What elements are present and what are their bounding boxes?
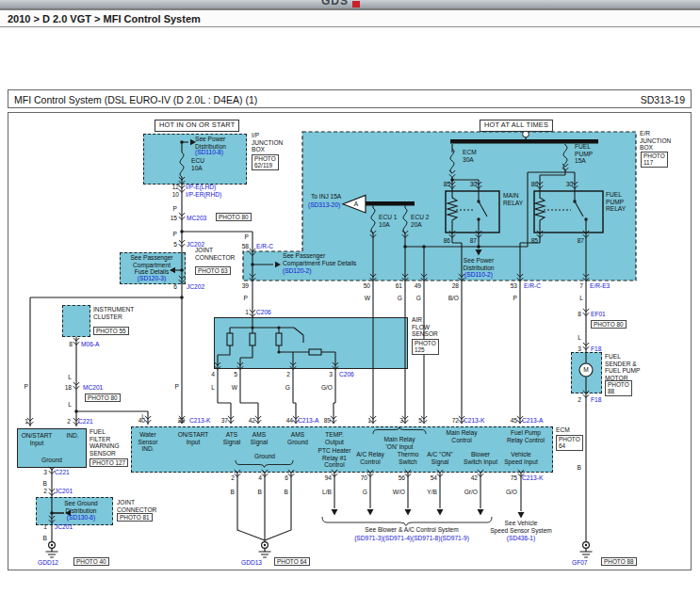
instrument-cluster-box [62,305,90,337]
breadcrumb[interactable]: 2010 > D 2.0 VGT > MFI Control System [8,13,201,24]
photo-64-ecm[interactable]: PHOTO 64 [556,435,583,451]
conn-c213-k-1[interactable]: C213-K [189,417,210,425]
photo-88-2[interactable]: PHOTO 88 [601,557,637,566]
ecm-fp-relay-ctl: Fuel Pump Relay Control [507,429,545,443]
conn-mc203[interactable]: MC203 [187,215,206,222]
pin-15: 15 [171,215,177,222]
ecm-pin-37: 37 [221,417,228,425]
conn-m06-a[interactable]: M06-A [81,341,99,348]
conn-er-e3[interactable]: E/R-E3 [590,282,610,290]
ecm-ground: Ground [254,453,275,460]
conn-ef01[interactable]: EF01 [591,311,606,318]
afs-pin-3: 3 [329,371,333,378]
fp-relay-pin-86: 86 [531,181,538,188]
ref-sd120-3[interactable]: (SD120-3) [138,275,166,282]
pin-2-jc201: 2 [43,488,47,495]
gnd-gdd12[interactable]: GDD12 [38,559,58,567]
photo-125[interactable]: PHOTO 125 [412,339,439,355]
conn-jc202-2[interactable]: JC202 [187,283,204,291]
conn-c213-k-3[interactable]: C213-K [522,474,543,482]
ref-sd110-8[interactable]: (SD110-8) [195,149,223,156]
ecm-main-relay-on: Main Relay 'ON' Input [384,436,415,450]
ref-sd971[interactable]: (SD971-3)(SD971-4)(SD971-8)(SD971-9) [354,535,469,542]
conn-ip-er-rhd[interactable]: I/P-ER(RHD) [186,191,221,199]
see-vehicle-speed: See Vehicle Speed Sensor System [490,520,552,534]
wc-yb: Y/B [427,489,437,496]
ref-sd110-2[interactable]: (SD110-2) [464,271,493,279]
wc-p-6: P [24,383,28,391]
ecm-thermo-switch: Thermo Switch [398,451,419,465]
conn-c213-a-1[interactable]: C213-A [298,417,318,425]
ip-junction-box-label: I/P JUNCTION BOX [252,132,283,153]
ref-sd120-2[interactable]: (SD120-2) [283,267,311,275]
photo-88-1[interactable]: PHOTO 88 [605,380,632,396]
conn-c221-1[interactable]: C221 [78,418,93,425]
conn-c206-bottom[interactable]: C206 [339,371,354,378]
afs-pin-2: 2 [286,371,290,378]
conn-ip-e-lhd[interactable]: I/P-E(LHD) [186,184,216,191]
gnd-gf07[interactable]: GF07 [572,559,588,567]
photo-81[interactable]: PHOTO 81 [117,513,153,522]
ecm-blower-switch: Blower Switch Input [464,451,497,465]
photo-40[interactable]: PHOTO 40 [73,557,109,566]
conn-mc201[interactable]: MC201 [83,384,103,392]
ecm-pin-75: 75 [511,474,517,482]
gnd-gdd13[interactable]: GDD13 [241,559,262,567]
ecm-ams-signal: AMS Signal [251,431,268,445]
pin-7: 7 [579,282,583,290]
conn-c213-k-2[interactable]: C213-K [464,417,484,425]
photo-80-3[interactable]: PHOTO 80 [591,320,627,329]
conn-c221-2[interactable]: C221 [55,469,70,476]
wc-l-3: L [68,401,72,409]
photo-64-gnd[interactable]: PHOTO 64 [274,557,310,566]
ecm-pin-45: 45 [511,417,517,425]
ecm-vehicle-speed: Vehicle Speed Input [504,451,538,465]
ref-sd436-1[interactable]: (SD436-1) [507,535,535,542]
photo-55[interactable]: PHOTO 55 [93,327,129,335]
pin-8-ef01: 8 [578,311,581,318]
conn-er-c-2[interactable]: E/R-C [524,282,541,290]
see-blower-ac: See Blower & A/C Control System [365,526,458,534]
main-relay-pin-30: 30 [470,181,477,188]
conn-jc201-2[interactable]: JC201 [55,523,73,531]
pin-58: 58 [242,243,249,250]
ecm-pin-5: 5 [418,417,422,425]
pin-18: 18 [65,384,72,392]
wc-p-3: P [245,233,249,241]
conn-c206-top[interactable]: C206 [256,309,271,316]
banner-hot-on-start: HOT IN ON OR START [155,120,239,132]
pin-50: 50 [364,282,370,290]
ecm-pin-28: 28 [178,417,185,425]
pin-1-c206: 1 [245,309,249,316]
conn-jc201-1[interactable]: JC201 [55,488,73,495]
photo-80-2[interactable]: PHOTO 80 [85,393,121,402]
conn-er-c-1[interactable]: E/R-C [256,243,273,250]
wc-wo: W/O [393,489,405,496]
air-flow-sensor-label: AIR FLOW SENSOR [412,316,438,338]
conn-c213-a-2[interactable]: C213-A [522,417,543,425]
ecm-ams-ground: AMS Ground [287,431,308,445]
ref-sd130-6[interactable]: (SD130-6) [67,514,95,522]
fuse-ecu-10a-label: ECU 10A [191,157,204,171]
photo-127[interactable]: PHOTO 127 [90,458,128,467]
ecm-pin-89: 89 [324,417,331,425]
gds-wiring-diagram-page: GDS 2010 > D 2.0 VGT > MFI Control Syste… [0,0,700,610]
er-junction-box-label: E/R JUNCTION BOX [640,130,671,152]
photo-62-119[interactable]: PHOTO 62/119 [252,154,279,170]
wc-p-1: P [173,205,177,213]
ff-ind: IND. [66,432,78,440]
photo-117[interactable]: PHOTO 117 [641,152,668,168]
photo-63[interactable]: PHOTO 63 [195,266,231,275]
conn-f18-2[interactable]: F18 [591,396,601,404]
toolbar-strip: GDS [0,0,700,9]
photo-80-1[interactable]: PHOTO 80 [216,213,252,221]
wc-l-5: L [211,384,215,392]
diagram-code: SD313-19 [641,94,685,105]
conn-f18-1[interactable]: F18 [591,345,601,353]
see-passenger-1: See Passenger Compartment Fuse Details [130,254,172,276]
ecm-pin-6: 6 [285,474,288,482]
pin-2-f18: 2 [578,396,581,404]
ecm-pin-42: 42 [249,417,255,425]
wc-gro: Gr/O [464,489,478,496]
ref-sd313-20[interactable]: (SD313-20) [308,201,340,209]
